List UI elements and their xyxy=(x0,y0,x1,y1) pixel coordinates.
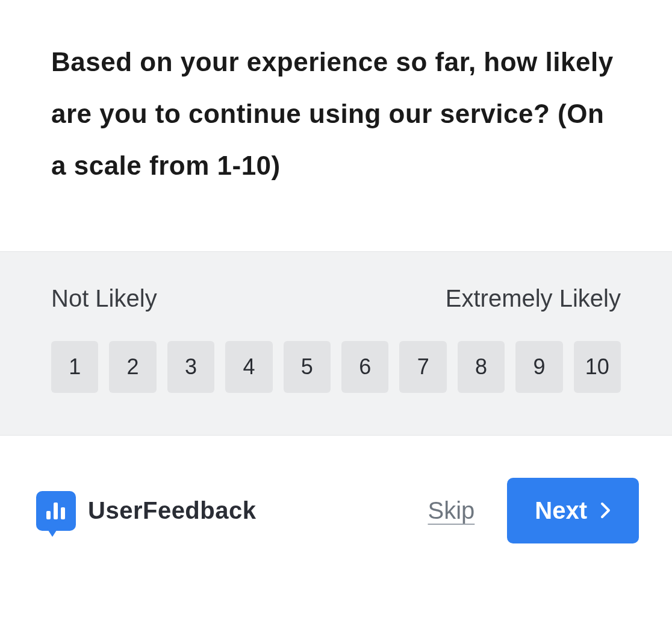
skip-link[interactable]: Skip xyxy=(428,497,474,524)
scale-option-6[interactable]: 6 xyxy=(341,341,388,393)
scale-high-label: Extremely Likely xyxy=(446,285,621,312)
scale-section: Not Likely Extremely Likely 1 2 3 4 5 6 … xyxy=(0,251,672,435)
scale-option-7[interactable]: 7 xyxy=(399,341,446,393)
scale-option-8[interactable]: 8 xyxy=(458,341,505,393)
next-button[interactable]: Next xyxy=(507,478,639,543)
chart-bubble-icon xyxy=(36,491,76,531)
svg-rect-2 xyxy=(61,507,65,519)
scale-buttons-row: 1 2 3 4 5 6 7 8 9 10 xyxy=(51,341,621,393)
question-section: Based on your experience so far, how lik… xyxy=(0,0,672,251)
next-button-label: Next xyxy=(535,497,587,524)
svg-rect-0 xyxy=(46,511,51,519)
footer-actions: Skip Next xyxy=(428,478,639,543)
svg-rect-1 xyxy=(54,503,58,519)
brand-name: UserFeedback xyxy=(88,497,256,524)
scale-option-9[interactable]: 9 xyxy=(515,341,562,393)
scale-option-1[interactable]: 1 xyxy=(51,341,98,393)
scale-option-10[interactable]: 10 xyxy=(574,341,621,393)
brand-logo: UserFeedback xyxy=(36,491,256,531)
scale-option-5[interactable]: 5 xyxy=(284,341,331,393)
footer-section: UserFeedback Skip Next xyxy=(0,435,672,580)
scale-labels: Not Likely Extremely Likely xyxy=(51,285,621,312)
chevron-right-icon xyxy=(600,497,611,524)
scale-low-label: Not Likely xyxy=(51,285,157,312)
scale-option-4[interactable]: 4 xyxy=(225,341,272,393)
scale-option-2[interactable]: 2 xyxy=(109,341,156,393)
scale-option-3[interactable]: 3 xyxy=(167,341,214,393)
question-text: Based on your experience so far, how lik… xyxy=(51,36,621,191)
